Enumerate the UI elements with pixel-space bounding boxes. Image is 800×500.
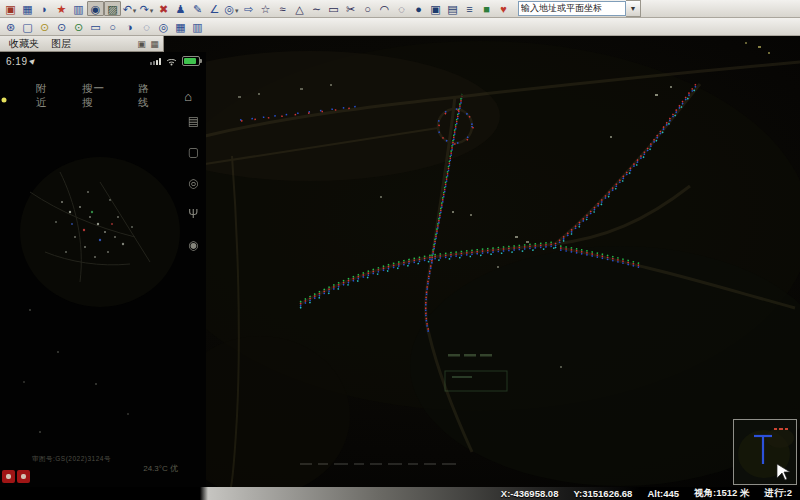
watermark-logo xyxy=(2,468,36,486)
search-dropdown-button[interactable]: ▼ xyxy=(626,0,641,17)
doc-blue-icon[interactable]: ▥ xyxy=(189,19,206,34)
arc-tool-icon[interactable]: ◠ xyxy=(376,1,393,16)
status-altitude: Alt:445 xyxy=(647,488,679,499)
compass-icon[interactable]: ◎ xyxy=(188,176,199,190)
home-icon[interactable]: ⌂ xyxy=(184,89,192,104)
favorites-icon[interactable]: ★ xyxy=(53,1,70,16)
layers-icon[interactable]: ▤ xyxy=(188,114,199,128)
import-data-icon[interactable]: ◗ xyxy=(36,1,53,16)
overview-minimap[interactable] xyxy=(733,419,797,485)
panel-pin-button[interactable]: ▣ xyxy=(136,39,147,49)
signal-strength-icon xyxy=(150,58,161,65)
locate-icon[interactable]: ◉ xyxy=(188,238,199,252)
phone-time: 6:19 xyxy=(6,56,27,67)
side-panel-tabbar: 收藏夹图层 ▣▦ xyxy=(0,36,164,52)
curve-tool-icon[interactable]: ∼ xyxy=(308,1,325,16)
list-icon[interactable]: ≡ xyxy=(461,1,478,16)
draw-pen-icon[interactable]: ✎ xyxy=(189,1,206,16)
folder-icon[interactable]: ▤ xyxy=(444,1,461,16)
pin-green-icon[interactable]: ⊙ xyxy=(70,19,87,34)
note-icon[interactable]: ▢ xyxy=(19,19,36,34)
export-icon[interactable]: ⇨ xyxy=(240,1,257,16)
status-view-height: 视角:1512 米 xyxy=(694,487,749,500)
ellipse-marker-icon[interactable]: ◌ xyxy=(138,19,155,34)
panel-close-button[interactable]: ▦ xyxy=(149,39,160,49)
ring-icon[interactable]: ◎ xyxy=(155,19,172,34)
phone-nav-tab[interactable]: 搜一搜 xyxy=(82,82,112,110)
map-copyright-watermark xyxy=(300,463,456,465)
minimap-canvas xyxy=(734,420,796,484)
layer-box-icon[interactable]: ▣ xyxy=(427,1,444,16)
pin-blue-icon[interactable]: ⊙ xyxy=(53,19,70,34)
address-search-input[interactable] xyxy=(518,1,626,16)
address-search-combo: ▼ xyxy=(518,0,641,17)
phone-screenshot-overlay: 6:19 ▶ 附近搜一搜路线 ⌂ ▤▢◎Ψ◉ 审图号:GS(2022)3124号… xyxy=(0,52,206,488)
table-icon[interactable]: ▭ xyxy=(87,19,104,34)
circle-tool-icon[interactable]: ○ xyxy=(359,1,376,16)
star-tool-icon[interactable]: ☆ xyxy=(257,1,274,16)
main-toolbar: ▣▦◗★▥◉▨↶↷✖♟✎∠◎⇨☆≈△∼▭✂○◠◌●▣▤≡■♥ ▼ xyxy=(0,0,800,18)
status-x-coordinate: X:-436958.08 xyxy=(501,488,559,499)
status-progress: 进行:2 xyxy=(765,487,792,500)
phone-nav-tab[interactable]: 路线 xyxy=(138,82,158,110)
redo-icon[interactable]: ↷ xyxy=(138,1,155,16)
measure-icon[interactable]: ∠ xyxy=(206,1,223,16)
phone-nav-tab[interactable]: 附近 xyxy=(36,82,56,110)
target-select-icon[interactable]: ◎ xyxy=(223,1,240,16)
delete-icon[interactable]: ✖ xyxy=(155,1,172,16)
navigation-arrow-icon: ▶ xyxy=(28,56,37,65)
secondary-toolbar: ⊛▢⊙⊙⊙▭○◑◌◎▦▥ xyxy=(0,18,800,36)
image-overlay-icon[interactable]: ▨ xyxy=(104,1,121,16)
ellipse-tool-icon[interactable]: ◌ xyxy=(393,1,410,16)
save-icon[interactable]: ▦ xyxy=(19,1,36,16)
polyline-tool-icon[interactable]: ≈ xyxy=(274,1,291,16)
undo-icon[interactable]: ↶ xyxy=(121,1,138,16)
polygon-tool-icon[interactable]: △ xyxy=(291,1,308,16)
phone-nav-tabs: 附近搜一搜路线 ⌂ xyxy=(0,82,206,110)
globe-mode-icon[interactable]: ◉ xyxy=(87,1,104,16)
cut-tool-icon[interactable]: ✂ xyxy=(342,1,359,16)
status-bar: X:-436958.08 Y:3151626.68 Alt:445 视角:151… xyxy=(0,487,800,500)
panel-tab[interactable]: 收藏夹 xyxy=(3,37,45,51)
pin-yellow-icon[interactable]: ⊙ xyxy=(36,19,53,34)
map-license-number: 审图号:GS(2022)3124号 xyxy=(32,455,111,464)
user-icon[interactable]: ♟ xyxy=(172,1,189,16)
rect-tool-icon[interactable]: ▭ xyxy=(325,1,342,16)
sphere-icon[interactable]: ● xyxy=(410,1,427,16)
phone-map-canvas xyxy=(0,52,206,488)
poi-search-icon[interactable]: ▥ xyxy=(70,1,87,16)
green-square-icon[interactable]: ■ xyxy=(478,1,495,16)
status-y-coordinate: Y:3151626.68 xyxy=(573,488,632,499)
heart-icon[interactable]: ♥ xyxy=(495,1,512,16)
phone-status-bar: 6:19 ▶ xyxy=(0,54,206,68)
weather-readout: 24.3°C 优 xyxy=(143,463,178,474)
panel-tab[interactable]: 图层 xyxy=(45,37,77,51)
circle-marker-icon[interactable]: ○ xyxy=(104,19,121,34)
open-file-icon[interactable]: ▣ xyxy=(2,1,19,16)
battery-icon xyxy=(182,56,200,66)
minimap-label-text xyxy=(774,428,788,430)
grid-blue-icon[interactable]: ▦ xyxy=(172,19,189,34)
settings-icon[interactable]: ⊛ xyxy=(2,19,19,34)
voice-icon[interactable]: Ψ xyxy=(188,207,199,221)
map-mode-icon[interactable]: ▢ xyxy=(188,145,199,159)
wifi-icon xyxy=(166,57,177,66)
half-circle-icon[interactable]: ◑ xyxy=(121,19,138,34)
